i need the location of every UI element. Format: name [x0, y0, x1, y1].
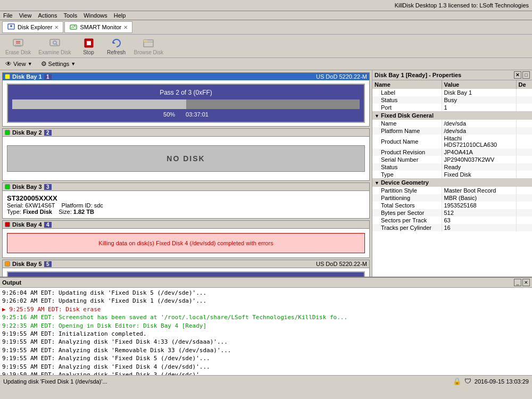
tab-disk-explorer-label: Disk Explorer: [18, 24, 52, 30]
prop-name: Port: [372, 104, 442, 111]
output-content[interactable]: 9:26:04 AM EDT: Updating disk 'Fixed Dis…: [0, 288, 532, 375]
bay5-body: Pass 1 of 3 (0x00) 79% 13:21:21: [3, 268, 369, 277]
bay3-type-size: Type: Fixed Disk Size: 1.82 TB: [7, 209, 365, 215]
bay3-indicator: [5, 184, 10, 189]
output-line: 9:25:16 AM EDT: Screenshot has been save…: [2, 313, 530, 321]
bay3-type-label: Type:: [7, 209, 21, 215]
bay3-type: Fixed Disk: [23, 209, 52, 215]
disk-bay-1[interactable]: Disk Bay 1 1 US DoD 5220.22-M Pass 2 of …: [2, 72, 370, 127]
disk-panel: Disk Bay 1 1 US DoD 5220.22-M Pass 2 of …: [0, 70, 372, 277]
tab-smart-monitor-close[interactable]: ✕: [123, 24, 128, 30]
bay3-details: Serial: 6XW14S6T Platform ID: sdc: [7, 202, 365, 209]
prop-title-actions: ✕ □: [514, 71, 530, 79]
prop-title-bar: Disk Bay 1 [Ready] - Properties ✕ □: [372, 70, 532, 80]
examine-disk-button[interactable]: Examine Disk: [35, 36, 74, 56]
menu-bar: KillDisk Desktop 1.3 licensed to: LSoft …: [0, 0, 532, 11]
bay1-pass-info: Pass 2 of 3 (0xFF): [12, 89, 360, 96]
menu-view[interactable]: View: [16, 11, 35, 20]
bay5-indicator: [5, 261, 10, 267]
prop-value: 512: [442, 209, 516, 217]
stop-button[interactable]: Stop: [76, 36, 102, 56]
status-datetime: 2016-09-15 13:03:29: [475, 378, 529, 385]
tab-smart-monitor[interactable]: SMART Monitor ✕: [64, 21, 132, 33]
tab-bar: Disk Explorer ✕ SMART Monitor ✕: [0, 20, 532, 35]
prop-value: Ready: [442, 163, 516, 171]
output-title: Output: [2, 279, 21, 286]
bay1-method: US DoD 5220.22-M: [316, 73, 367, 80]
prop-close-button[interactable]: ✕: [514, 71, 521, 79]
prop-value: /dev/sda: [442, 127, 516, 135]
output-actions: _ ✕: [514, 279, 530, 286]
output-minimize-button[interactable]: _: [514, 279, 521, 286]
disk-bay-4[interactable]: Disk Bay 4 4 Killing data on disk(s) Fix…: [2, 220, 370, 258]
menu-file[interactable]: File: [0, 11, 16, 20]
bay3-model: ST320005XXXX: [7, 194, 365, 202]
settings-label: Settings: [48, 61, 70, 67]
disk-explorer-icon: [7, 23, 15, 31]
bay2-header: Disk Bay 2 2: [3, 129, 369, 137]
status-bar: Updating disk 'Fixed Disk 1 (/dev/sda)'.…: [0, 375, 532, 387]
bay2-no-disk: NO DISK: [7, 145, 365, 172]
prop-row: Platform Name/dev/sda: [372, 127, 532, 135]
bay2-name: Disk Bay 2: [12, 129, 42, 136]
menu-windows[interactable]: Windows: [80, 11, 111, 20]
disk-bay-5[interactable]: Disk Bay 5 5 US DoD 5220.22-M Pass 1 of …: [2, 260, 370, 277]
prop-desc: [516, 127, 532, 135]
bay1-progress-bar-inner: [12, 99, 186, 109]
title-bar-text: KillDisk Desktop 1.3 licensed to: LSoft …: [0, 1, 532, 10]
output-line: 9:19:55 AM EDT: Analyzing disk 'Fixed Di…: [2, 338, 530, 346]
prop-restore-button[interactable]: □: [522, 71, 530, 79]
menu-bar-items: File View Actions Tools Windows Help: [0, 11, 532, 20]
prop-name: Bytes per Sector: [372, 209, 442, 217]
prop-value: Fixed Disk: [442, 171, 516, 178]
prop-row: StatusReady: [372, 163, 532, 171]
prop-col-desc: De: [516, 80, 532, 89]
bay4-indicator: [5, 222, 10, 227]
prop-desc: [516, 209, 532, 217]
erase-disk-button[interactable]: Erase Disk: [2, 36, 34, 56]
prop-value: 16: [442, 224, 516, 231]
output-close-button[interactable]: ✕: [522, 279, 530, 286]
prop-col-value: Value: [442, 80, 516, 89]
disk-bay-3[interactable]: Disk Bay 3 3 ST320005XXXX Serial: 6XW14S…: [2, 182, 370, 219]
prop-row: Port1: [372, 104, 532, 111]
stop-label: Stop: [83, 49, 94, 55]
prop-title: Disk Bay 1 [Ready] - Properties: [375, 72, 461, 78]
prop-row: Partition StyleMaster Boot Record: [372, 187, 532, 194]
bay3-platform: sdc: [94, 202, 103, 209]
status-right: 🔒 🛡 2016-09-15 13:03:29: [453, 377, 529, 385]
refresh-button[interactable]: Refresh: [103, 36, 130, 56]
settings-button[interactable]: ⚙ Settings ▼: [39, 59, 78, 69]
tab-disk-explorer-close[interactable]: ✕: [54, 24, 59, 30]
prop-name: Tracks per Cylinder: [372, 224, 442, 231]
prop-desc: [516, 187, 532, 194]
menu-actions[interactable]: Actions: [35, 11, 60, 20]
output-line: ▶ 9:25:59 AM EDT: Disk erase: [2, 305, 530, 313]
bay1-stats: 50% 03:37:01: [12, 111, 360, 118]
prop-section-device-geometry: ▼Device Geometry: [372, 178, 532, 187]
prop-col-name: Name: [372, 80, 442, 89]
prop-name: Serial Number: [372, 156, 442, 163]
browse-disk-label: Browse Disk: [134, 49, 164, 55]
bay1-percent: 50%: [163, 111, 175, 118]
bay5-header: Disk Bay 5 5 US DoD 5220.22-M: [3, 260, 369, 268]
prop-value: JP4OA41A: [442, 148, 516, 156]
menu-tools[interactable]: Tools: [60, 11, 80, 20]
bay1-indicator: [5, 74, 10, 79]
tab-disk-explorer[interactable]: Disk Explorer ✕: [2, 21, 63, 33]
output-header: Output _ ✕: [0, 278, 532, 288]
menu-help[interactable]: Help: [111, 11, 129, 20]
prop-name: Status: [372, 163, 442, 171]
prop-row: TypeFixed Disk: [372, 171, 532, 178]
prop-desc: [516, 194, 532, 202]
svg-rect-12: [87, 41, 91, 45]
view-button[interactable]: 👁 View ▼: [3, 59, 35, 69]
browse-disk-button[interactable]: Browse Disk: [131, 36, 167, 56]
erase-disk-label: Erase Disk: [5, 49, 31, 55]
prop-name: Label: [372, 89, 442, 96]
prop-desc: [516, 224, 532, 231]
prop-value: MBR (Basic): [442, 194, 516, 202]
prop-name: Sectors per Track: [372, 217, 442, 224]
disk-bay-2[interactable]: Disk Bay 2 2 NO DISK: [2, 128, 370, 181]
prop-table: Name Value De LabelDisk Bay 1StatusBusyP…: [372, 80, 532, 231]
